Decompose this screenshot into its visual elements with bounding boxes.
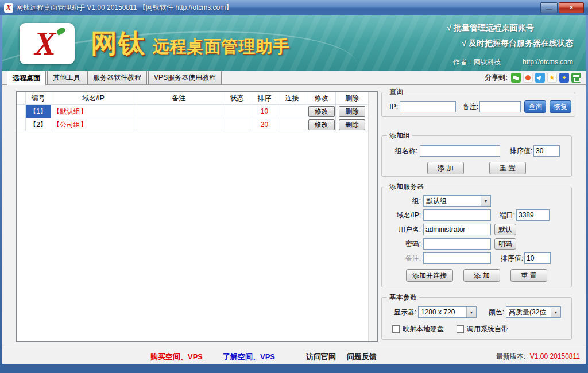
query-note-label: 备注: [458, 102, 478, 112]
tab-server-software-tutorial[interactable]: 服务器软件教程 [87, 71, 147, 84]
table-row[interactable]: 【1】 【默认组】 10 修改 删除 [17, 105, 368, 118]
group-name-input[interactable] [420, 145, 500, 157]
server-user-input[interactable] [423, 224, 491, 235]
window-body: X 网钛 远程桌面管理助手 √ 批量管理远程桌面账号 √ 及时把握每台服务器在线… [2, 15, 586, 364]
row-note-cell [136, 105, 222, 118]
wechat-icon[interactable] [511, 73, 521, 83]
tab-remote-desktop[interactable]: 远程桌面 [7, 71, 46, 85]
header-no[interactable]: 编号 [26, 92, 51, 104]
tab-bar: 远程桌面 其他工具 服务器软件教程 VPS服务器使用教程 分享到: ★ ✦ [2, 71, 586, 85]
favorites-star-icon[interactable]: ★ [547, 73, 557, 83]
server-group-value: 默认组 [424, 196, 481, 206]
table-row[interactable]: 【2】 【公司组】 20 修改 删除 [17, 118, 368, 131]
main-content: 编号 域名/IP 备注 状态 排序 连接 修改 删除 【1】 【默认组】 [2, 85, 586, 347]
server-note-input[interactable] [423, 252, 491, 264]
row-no-cell[interactable]: 【2】 [26, 118, 51, 131]
chevron-down-icon[interactable]: ▼ [551, 307, 560, 317]
chevron-down-icon[interactable]: ▼ [466, 307, 476, 317]
display-resolution-select[interactable]: 1280 x 720 ▼ [418, 306, 477, 318]
server-group-select[interactable]: 默认组 ▼ [423, 195, 491, 207]
delete-button[interactable]: 删除 [339, 106, 365, 117]
server-password-label: 密码: [385, 239, 421, 249]
row-name-cell[interactable]: 【默认组】 [51, 105, 136, 118]
visit-official-site-link[interactable]: 访问官网 [306, 352, 336, 362]
server-port-input[interactable] [516, 209, 550, 221]
latest-version-value: V1.00 20150811 [530, 352, 580, 360]
query-ip-input[interactable] [400, 101, 456, 112]
group-order-label: 排序值: [504, 146, 532, 156]
site-url[interactable]: http://otcms.com [523, 58, 573, 66]
server-password-input[interactable] [423, 238, 491, 250]
app-window: X 网钛远程桌面管理助手 V1.00 20150811 【网钛软件 http:/… [0, 0, 588, 373]
color-depth-select[interactable]: 高质量(32位 ▼ [506, 306, 561, 318]
row-name-cell[interactable]: 【公司组】 [51, 118, 136, 131]
header-domain-ip[interactable]: 域名/IP [51, 92, 136, 104]
server-note-label: 备注: [385, 254, 421, 263]
server-host-input[interactable] [423, 209, 491, 221]
table-header-row: 编号 域名/IP 备注 状态 排序 连接 修改 删除 [17, 92, 368, 105]
restore-button[interactable]: 恢复 [550, 100, 571, 113]
modify-button[interactable]: 修改 [308, 119, 335, 130]
server-port-label: 端口: [494, 211, 515, 220]
add-server-button[interactable]: 添 加 [463, 269, 500, 282]
row-status-cell [222, 105, 252, 118]
color-depth-value: 高质量(32位 [506, 308, 551, 317]
delete-button[interactable]: 删除 [339, 119, 365, 130]
qzone-icon[interactable]: ✦ [559, 73, 569, 83]
chevron-down-icon[interactable]: ▼ [481, 196, 490, 206]
brand-title: 网钛 远程桌面管理助手 [91, 26, 290, 61]
use-system-builtin-checkbox[interactable] [457, 325, 464, 333]
row-modify-cell: 修改 [307, 118, 336, 131]
query-button[interactable]: 查询 [524, 100, 546, 113]
add-group-button[interactable]: 添 加 [427, 162, 464, 174]
server-group-label: 组: [385, 196, 421, 206]
row-delete-cell: 删除 [336, 118, 368, 131]
titlebar[interactable]: X 网钛远程桌面管理助手 V1.00 20150811 【网钛软件 http:/… [0, 0, 588, 15]
add-and-connect-button[interactable]: 添加并连接 [406, 269, 453, 282]
share-area: 分享到: ★ ✦ [485, 73, 581, 83]
tab-other-tools[interactable]: 其他工具 [47, 71, 86, 84]
window-title: 网钛远程桌面管理助手 V1.00 20150811 【网钛软件 http://o… [16, 3, 233, 13]
default-user-button[interactable]: 默认 [494, 224, 516, 235]
close-button[interactable]: ✕ [559, 2, 584, 13]
use-system-builtin-label: 调用系统自带 [467, 324, 508, 334]
server-grid: 编号 域名/IP 备注 状态 排序 连接 修改 删除 【1】 【默认组】 [17, 92, 368, 131]
show-password-button[interactable]: 明码 [494, 238, 516, 250]
row-spacer-cell [17, 118, 26, 131]
row-connect-cell [277, 105, 307, 118]
header-note[interactable]: 备注 [136, 92, 222, 104]
row-status-cell [222, 118, 252, 131]
brand-name: 网钛 [91, 28, 146, 58]
map-local-disk-checkbox[interactable] [392, 325, 400, 333]
header-modify[interactable]: 修改 [307, 92, 336, 104]
header-connect[interactable]: 连接 [277, 92, 307, 104]
row-connect-cell [277, 118, 307, 131]
color-label: 颜色: [482, 308, 504, 317]
server-host-label: 域名/IP: [385, 211, 421, 220]
minimize-button[interactable]: — [540, 2, 558, 13]
header-banner: X 网钛 远程桌面管理助手 √ 批量管理远程桌面账号 √ 及时把握每台服务器在线… [2, 15, 586, 71]
add-group-title: 添加组 [387, 131, 412, 141]
header-order[interactable]: 排序 [252, 92, 277, 104]
kaixin-share-icon[interactable] [523, 73, 533, 83]
header-status[interactable]: 状态 [222, 92, 252, 104]
douban-icon[interactable] [571, 73, 581, 83]
header-delete[interactable]: 删除 [336, 92, 368, 104]
row-order-cell: 20 [252, 118, 277, 131]
basic-params-groupbox: 基本参数 显示器: 1280 x 720 ▼ 颜色: 高质量(32位 ▼ 映射本 [381, 293, 572, 340]
server-order-input[interactable] [524, 252, 551, 264]
group-order-input[interactable] [533, 145, 560, 157]
reset-group-button[interactable]: 重 置 [489, 162, 526, 174]
learn-vps-link[interactable]: 了解空间、VPS [223, 352, 275, 362]
modify-button[interactable]: 修改 [308, 106, 335, 117]
table-vertical-scrollbar[interactable] [368, 92, 377, 341]
query-note-input[interactable] [479, 101, 521, 112]
add-server-groupbox: 添加服务器 组: 默认组 ▼ 域名/IP: 端口: 用户名: [381, 182, 572, 287]
row-order-cell: 10 [252, 105, 277, 118]
row-no-cell[interactable]: 【1】 [26, 105, 51, 118]
buy-vps-link[interactable]: 购买空间、VPS [150, 352, 203, 362]
reset-server-button[interactable]: 重 置 [510, 269, 547, 282]
feedback-link[interactable]: 问题反馈 [347, 352, 377, 362]
tencent-weibo-icon[interactable] [535, 73, 545, 83]
tab-vps-tutorial[interactable]: VPS服务器使用教程 [148, 71, 222, 84]
